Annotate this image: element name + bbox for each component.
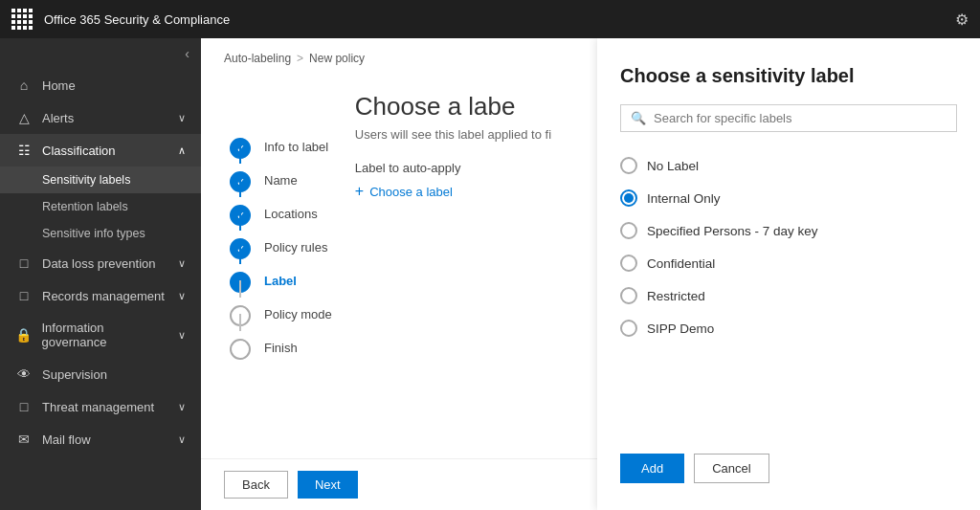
radio-option-specified-persons[interactable]: Specified Persons - 7 day key xyxy=(620,214,957,247)
collapse-icon[interactable]: ‹ xyxy=(185,46,189,61)
sidebar-item-supervision[interactable]: 👁 Supervision xyxy=(0,358,201,390)
sidebar-sub-item-sensitivity-labels[interactable]: Sensitivity labels xyxy=(0,166,201,193)
choose-label-text: Choose a label xyxy=(369,185,453,199)
label-panel-footer: Add Cancel xyxy=(620,438,957,483)
content-area: Auto-labeling > New policy ✓ Info to lab… xyxy=(201,38,980,510)
mail-icon: ✉ xyxy=(15,432,33,447)
sidebar-item-label: Threat management xyxy=(42,400,154,414)
step-info[interactable]: ✓ Info to label xyxy=(230,130,332,164)
sidebar-collapse-btn[interactable]: ‹ xyxy=(0,38,201,69)
breadcrumb-current: New policy xyxy=(309,52,365,65)
search-box[interactable]: 🔍 xyxy=(620,104,957,132)
step-label-policy-rules: Policy rules xyxy=(264,231,327,264)
step-label-locations: Locations xyxy=(264,197,318,231)
wizard-footer: Back Next xyxy=(201,458,602,510)
search-input[interactable] xyxy=(654,111,947,125)
radio-option-internal-only[interactable]: Internal Only xyxy=(620,182,957,214)
radio-option-restricted[interactable]: Restricted xyxy=(620,279,957,312)
sidebar-item-label: Records management xyxy=(42,289,165,303)
alerts-icon: △ xyxy=(15,110,33,125)
step-label-info: Info to label xyxy=(264,130,328,164)
radio-option-no-label[interactable]: No Label xyxy=(620,149,957,182)
sidebar-item-data-loss[interactable]: □ Data loss prevention ∨ xyxy=(0,247,201,279)
step-label-name: Name xyxy=(264,164,298,197)
chevron-down-icon: ∨ xyxy=(178,112,186,124)
sidebar-item-mail[interactable]: ✉ Mail flow ∨ xyxy=(0,423,201,455)
sidebar-item-label: Information governance xyxy=(41,321,168,349)
records-icon: □ xyxy=(15,288,33,303)
choose-label-button[interactable]: + Choose a label xyxy=(355,183,579,200)
sidebar-sub-item-retention-labels[interactable]: Retention labels xyxy=(0,193,201,220)
sidebar-item-label: Alerts xyxy=(42,111,74,125)
sidebar: ‹ ⌂ Home △ Alerts ∨ ☷ Classification ∧ S… xyxy=(0,38,201,510)
step-name[interactable]: ✓ Name xyxy=(230,164,332,197)
step-finish[interactable]: Finish xyxy=(230,331,332,365)
wizard-body: Choose a labe Users will see this label … xyxy=(332,73,602,458)
radio-btn-no-label[interactable] xyxy=(620,157,637,174)
home-icon: ⌂ xyxy=(15,78,33,93)
data-loss-icon: □ xyxy=(15,255,33,271)
sub-item-label: Sensitive info types xyxy=(42,227,145,240)
sidebar-item-label: Data loss prevention xyxy=(42,256,156,271)
sidebar-item-threat[interactable]: □ Threat management ∨ xyxy=(0,390,201,423)
sidebar-item-info-gov[interactable]: 🔒 Information governance ∨ xyxy=(0,312,201,358)
sidebar-item-records[interactable]: □ Records management ∨ xyxy=(0,279,201,312)
option-label-sipp-demo: SIPP Demo xyxy=(647,322,714,336)
step-label-step[interactable]: Label xyxy=(230,264,332,298)
threat-icon: □ xyxy=(15,399,33,414)
wizard-subtitle: Users will see this label applied to fi xyxy=(355,127,579,142)
radio-btn-internal-only[interactable] xyxy=(620,189,637,207)
radio-option-sipp-demo[interactable]: SIPP Demo xyxy=(620,312,957,344)
option-label-specified-persons: Specified Persons - 7 day key xyxy=(647,224,818,238)
add-button[interactable]: Add xyxy=(620,454,684,483)
chevron-down-icon: ∨ xyxy=(178,329,186,342)
breadcrumb-parent[interactable]: Auto-labeling xyxy=(224,52,291,65)
option-label-confidential: Confidential xyxy=(647,256,715,271)
search-icon: 🔍 xyxy=(631,111,646,125)
step-label-label: Label xyxy=(264,264,297,298)
app-grid-icon[interactable] xyxy=(11,9,33,30)
settings-icon[interactable]: ⚙ xyxy=(955,11,969,29)
cancel-button[interactable]: Cancel xyxy=(694,454,768,483)
next-button[interactable]: Next xyxy=(298,471,358,499)
sidebar-item-alerts[interactable]: △ Alerts ∨ xyxy=(0,101,201,134)
radio-btn-sipp-demo[interactable] xyxy=(620,320,637,337)
radio-btn-restricted[interactable] xyxy=(620,287,637,304)
chevron-down-icon: ∨ xyxy=(178,401,186,413)
sidebar-item-label: Classification xyxy=(42,144,116,158)
step-circle-finish xyxy=(230,339,251,360)
step-label-policy-mode: Policy mode xyxy=(264,298,332,331)
supervision-icon: 👁 xyxy=(15,366,33,382)
wizard-title: Choose a labe xyxy=(355,92,579,122)
step-label-finish: Finish xyxy=(264,331,298,365)
step-locations[interactable]: ✓ Locations xyxy=(230,197,332,231)
top-bar: Office 365 Security & Compliance ⚙ xyxy=(0,0,980,38)
chevron-up-icon: ∧ xyxy=(178,144,186,157)
sub-item-label: Sensitivity labels xyxy=(42,173,130,187)
label-section-heading: Label to auto-apply xyxy=(355,161,579,175)
sidebar-item-home[interactable]: ⌂ Home xyxy=(0,69,201,101)
classification-icon: ☷ xyxy=(15,143,33,158)
chevron-down-icon: ∨ xyxy=(178,433,186,446)
info-gov-icon: 🔒 xyxy=(15,327,32,343)
sidebar-item-classification[interactable]: ☷ Classification ∧ xyxy=(0,134,201,166)
label-to-apply-section: Label to auto-apply + Choose a label xyxy=(355,161,579,200)
sidebar-item-label: Mail flow xyxy=(42,432,91,447)
option-label-no-label: No Label xyxy=(647,159,699,173)
sidebar-item-label: Home xyxy=(42,78,76,93)
wizard-panel: Auto-labeling > New policy ✓ Info to lab… xyxy=(201,38,603,510)
radio-option-confidential[interactable]: Confidential xyxy=(620,247,957,279)
sidebar-sub-item-sensitive-info[interactable]: Sensitive info types xyxy=(0,220,201,247)
plus-icon: + xyxy=(355,183,364,200)
option-label-internal-only: Internal Only xyxy=(647,191,721,206)
chevron-down-icon: ∨ xyxy=(178,290,186,302)
sub-item-label: Retention labels xyxy=(42,200,128,213)
chevron-down-icon: ∨ xyxy=(178,257,186,270)
radio-btn-specified-persons[interactable] xyxy=(620,222,637,239)
step-policy-rules[interactable]: ✓ Policy rules xyxy=(230,231,332,264)
app-title: Office 365 Security & Compliance xyxy=(44,12,230,27)
radio-btn-confidential[interactable] xyxy=(620,255,637,272)
breadcrumb: Auto-labeling > New policy xyxy=(201,38,602,73)
step-policy-mode[interactable]: Policy mode xyxy=(230,298,332,331)
back-button[interactable]: Back xyxy=(224,471,288,499)
